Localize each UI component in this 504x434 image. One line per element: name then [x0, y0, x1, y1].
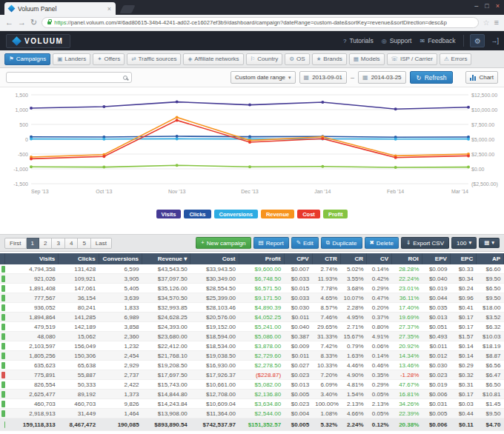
cell-revenue: $35,126.00 — [142, 284, 190, 293]
window-controls: – □ × — [474, 2, 500, 10]
table-row[interactable]: 775,89155,8872,737$17,697.50$17,926.37($… — [0, 370, 504, 380]
date-range-select[interactable]: Custom date range ▾ — [231, 71, 296, 84]
cell-cost: $18,534.00 — [190, 341, 239, 351]
columns-button[interactable]: ▦▾ — [479, 238, 500, 249]
search-input[interactable] — [10, 73, 123, 81]
new-tab-button[interactable] — [119, 5, 135, 13]
navbar-link-support[interactable]: ◎Support — [382, 37, 412, 44]
table-row[interactable]: 2,918,91331,4491,464$13,908.00$11,364.00… — [0, 409, 504, 418]
legend-clicks[interactable]: Clicks — [184, 210, 210, 218]
tab-campaigns[interactable]: ⚑Campaigns — [4, 53, 50, 65]
tab-brands[interactable]: ★Brands — [312, 53, 347, 65]
forward-icon[interactable]: → — [18, 19, 26, 27]
column-header-epc[interactable]: EPC — [450, 253, 476, 264]
navbar-link-feedback[interactable]: ✉Feedback — [420, 37, 455, 44]
table-row[interactable]: 2,103,597156,0491,232$22,412.00$18,534.0… — [0, 341, 504, 351]
pager-3[interactable]: 3 — [52, 238, 64, 249]
close-icon[interactable]: × — [496, 2, 500, 10]
column-header-cpv[interactable]: CPV — [284, 253, 312, 264]
navbar-link-tutorials[interactable]: ?Tutorials — [343, 37, 374, 44]
back-icon[interactable]: ← — [5, 19, 13, 27]
table-row[interactable]: 936,05280,2411,833$32,993.85$28,103.46$4… — [0, 303, 504, 313]
table-row[interactable]: 921,026109,9213,905$37,097.50$30,349.00$… — [0, 274, 504, 284]
column-header-ap[interactable]: AP — [477, 253, 504, 264]
table-row[interactable]: 826,55450,3332,422$15,743.00$10,661.00$5… — [0, 380, 504, 390]
browser-tab[interactable]: Voluum Panel × — [4, 2, 116, 15]
column-header-clicks[interactable]: Clicks — [59, 253, 99, 264]
tab-country[interactable]: ⚐Country — [246, 53, 283, 65]
cell-cpv: $0.011 — [284, 313, 312, 322]
legend-profit[interactable]: Profit — [323, 210, 348, 218]
column-header-ctr[interactable]: CTR — [312, 253, 340, 264]
table-row[interactable]: 2,625,47789,1921,373$14,844.80$12,708.00… — [0, 390, 504, 399]
legend-cost[interactable]: Cost — [297, 210, 320, 218]
column-header-cv[interactable]: CV — [367, 253, 392, 264]
pager-5[interactable]: 5 — [78, 238, 90, 249]
table-row[interactable]: 777,56736,1543,639$34,570.50$25,399.00$9… — [0, 293, 504, 303]
column-header-epv[interactable]: EPV — [422, 253, 450, 264]
table-row[interactable]: 1,894,864141,2856,989$24,628.25$20,576.0… — [0, 313, 504, 322]
table-row[interactable]: 48,08015,0622,360$23,680.00$18,594.00$5,… — [0, 332, 504, 341]
tab-affiliate-networks[interactable]: ◈Affiliate networks — [183, 53, 243, 65]
settings-gear-icon[interactable]: ⚙ — [470, 34, 485, 47]
table-row[interactable]: 635,62365,6382,929$19,208.50$16,930.00$2… — [0, 361, 504, 370]
svg-text:$0.00: $0.00 — [471, 167, 485, 172]
export-csv-button[interactable]: ⇓Export CSV — [401, 237, 449, 249]
edit-button[interactable]: ✎Edit — [291, 237, 319, 249]
cell-clicks: 109,921 — [59, 274, 99, 284]
column-header-conversions[interactable]: Conversions — [99, 253, 142, 264]
column-header-roi[interactable]: ROI — [392, 253, 422, 264]
report-button[interactable]: ▤Report — [253, 237, 289, 249]
cell-profit: ($228.87) — [239, 370, 284, 380]
legend-conversions[interactable]: Conversions — [214, 210, 258, 218]
bookmark-star-icon[interactable]: ☆ — [483, 19, 490, 27]
delete-button[interactable]: ✖Delete — [365, 237, 399, 249]
date-to-field[interactable]: ▦ 2014-03-25 — [358, 71, 405, 84]
table-row[interactable]: 1,805,256150,3062,454$21,768.10$19,038.5… — [0, 351, 504, 361]
minimize-icon[interactable]: – — [474, 2, 478, 10]
duplicate-button[interactable]: ⧉Duplicate — [321, 237, 362, 249]
cell-clicks: 147,061 — [59, 284, 99, 293]
table-row[interactable]: 4,794,358131,4286,599$43,543.50$33,943.5… — [0, 264, 504, 274]
pager-2[interactable]: 2 — [39, 238, 52, 249]
column-header-profit[interactable]: Profit — [239, 253, 284, 264]
table-row[interactable]: 479,519142,1893,858$24,393.00$19,152.00$… — [0, 322, 504, 332]
pager-4[interactable]: 4 — [65, 238, 78, 249]
search-box[interactable] — [6, 72, 132, 83]
legend-revenue[interactable]: Revenue — [261, 210, 294, 218]
legend-visits[interactable]: Visits — [156, 210, 182, 218]
cell-epc: $0.41 — [450, 303, 476, 313]
100-button[interactable]: 100▾ — [451, 237, 477, 249]
column-header-cost[interactable]: Cost — [190, 253, 239, 264]
cell-epv: $0.023 — [422, 370, 450, 380]
voluum-logo[interactable]: VOLUUM — [6, 34, 70, 48]
new-campaign-button[interactable]: +New campaign — [196, 237, 251, 249]
tab-errors[interactable]: ⚠Errors — [440, 53, 472, 65]
tab-traffic-sources[interactable]: ⇄Traffic sources — [127, 53, 181, 65]
maximize-icon[interactable]: □ — [485, 2, 488, 10]
table-row[interactable]: 460,703460,7039,826$14,243.84$10,609.04$… — [0, 399, 504, 409]
tab-landers[interactable]: ▣Landers — [53, 53, 90, 65]
pager-first[interactable]: First — [4, 238, 27, 249]
logout-icon[interactable]: →] — [491, 37, 498, 44]
tab-models[interactable]: ▦Models — [349, 53, 385, 65]
pager-last[interactable]: Last — [91, 238, 112, 249]
column-header-revenue[interactable]: Revenue ▾ — [142, 253, 190, 264]
table-row[interactable]: 1,891,408147,0615,405$35,126.00$28,554.5… — [0, 284, 504, 293]
cell-visits: 921,026 — [5, 274, 59, 284]
tab-os[interactable]: ⚙OS — [285, 53, 309, 65]
column-header-cr[interactable]: CR — [340, 253, 366, 264]
total-profit: $151,352.57 — [239, 418, 284, 431]
cell-clicks: 50,333 — [59, 380, 99, 390]
tab-close-icon[interactable]: × — [107, 5, 111, 13]
browser-menu-icon[interactable]: ≡ — [494, 19, 499, 27]
tab-isp-carrier[interactable]: ☏ISP / Carrier — [387, 53, 437, 65]
pager-1[interactable]: 1 — [27, 238, 39, 249]
refresh-button[interactable]: ↻ Refresh — [410, 71, 454, 84]
tab-offers[interactable]: ✦Offers — [93, 53, 125, 65]
chart-toggle-button[interactable]: Chart — [465, 71, 498, 84]
address-bar[interactable]: https://panel.voluum.com/#/6ad80615-34b4… — [42, 17, 478, 28]
reload-icon[interactable]: ↻ — [30, 19, 37, 27]
date-from-field[interactable]: ▦ 2013-09-01 — [299, 71, 347, 84]
column-header-visits[interactable]: Visits — [5, 253, 59, 264]
